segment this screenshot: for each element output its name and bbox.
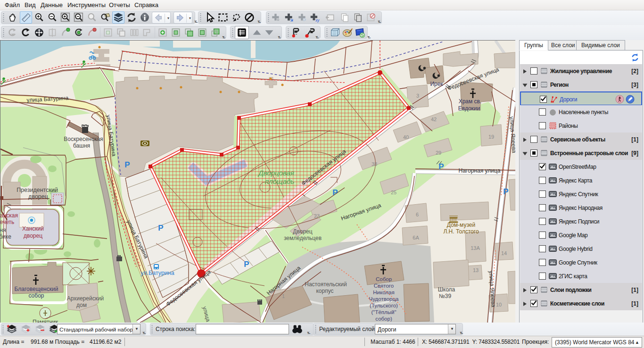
- svg-text:Нагорная улица: Нагорная улица: [459, 167, 501, 174]
- svg-text:P: P: [124, 160, 130, 169]
- svg-text:Архиерейский: Архиерейский: [67, 295, 104, 302]
- svg-text:башня: башня: [73, 142, 90, 149]
- svg-text:Евдокии: Евдокии: [458, 105, 480, 112]
- svg-text:38: 38: [372, 161, 377, 167]
- svg-text:анская: анская: [0, 212, 18, 219]
- svg-text:13А: 13А: [471, 245, 480, 251]
- svg-text:Ханский: Ханский: [22, 225, 44, 232]
- svg-text:19: 19: [488, 134, 494, 140]
- svg-text:ул.Батурина: ул.Батурина: [140, 270, 174, 276]
- svg-text:Дворцовая: Дворцовая: [257, 169, 294, 177]
- svg-text:P: P: [503, 187, 508, 196]
- svg-text:(Тульского): (Тульского): [370, 303, 398, 308]
- svg-text:14: 14: [501, 250, 507, 256]
- svg-text:25: 25: [391, 190, 396, 195]
- svg-text:6: 6: [416, 212, 419, 217]
- svg-text:бике: бике: [0, 233, 11, 240]
- svg-text:Ирек: Ирек: [430, 81, 443, 87]
- svg-text:собор): собор): [375, 316, 392, 322]
- svg-text:собор: собор: [28, 292, 44, 299]
- svg-text:P: P: [438, 162, 444, 171]
- svg-text:23: 23: [314, 213, 320, 219]
- svg-text:Дворец: Дворец: [293, 228, 312, 235]
- svg-text:Благовещенский: Благовещенский: [15, 286, 58, 292]
- svg-text:ня: ня: [0, 227, 6, 233]
- svg-text:Святого: Святого: [374, 283, 394, 289]
- svg-text:Школа: Школа: [438, 286, 455, 293]
- svg-text:3: 3: [416, 93, 419, 99]
- svg-text:("Тёплый": ("Тёплый": [371, 309, 396, 315]
- svg-text:1: 1: [282, 293, 285, 299]
- svg-text:13: 13: [473, 267, 479, 273]
- svg-text:Президентский: Президентский: [17, 187, 58, 193]
- svg-text:P: P: [158, 224, 163, 232]
- svg-text:Л.Н. Толстого: Л.Н. Толстого: [443, 228, 479, 235]
- svg-text:ечеть: ечеть: [0, 219, 14, 225]
- svg-text:xy: xy: [315, 18, 320, 23]
- svg-text:дом: дом: [76, 302, 87, 308]
- svg-text:№39: №39: [439, 293, 452, 299]
- svg-text:Николая: Николая: [373, 290, 394, 295]
- svg-text:Воскресенская: Воскресенская: [64, 136, 103, 142]
- svg-text:Памятник: Памятник: [33, 319, 58, 323]
- svg-text:6А: 6А: [413, 235, 419, 240]
- svg-text:Чудотворца: Чудотворца: [369, 296, 399, 302]
- svg-text:10: 10: [496, 302, 502, 307]
- svg-text:Храм св.: Храм св.: [459, 98, 482, 105]
- svg-text:площадь: площадь: [265, 177, 295, 185]
- svg-text:P: P: [332, 188, 338, 197]
- svg-text:земледельцев: земледельцев: [284, 235, 322, 241]
- svg-text:дворец: дворец: [28, 193, 48, 200]
- svg-text:Дом-музей: Дом-музей: [447, 222, 475, 228]
- svg-text:29: 29: [436, 150, 441, 156]
- svg-text:Настоятельский: Настоятельский: [305, 281, 347, 288]
- svg-text:корпус: корпус: [316, 288, 333, 294]
- svg-text:P: P: [244, 260, 249, 269]
- svg-text:дворец: дворец: [24, 232, 42, 239]
- svg-text:40: 40: [403, 134, 409, 140]
- svg-text:42: 42: [431, 116, 437, 122]
- svg-text:Собор: Собор: [376, 276, 392, 282]
